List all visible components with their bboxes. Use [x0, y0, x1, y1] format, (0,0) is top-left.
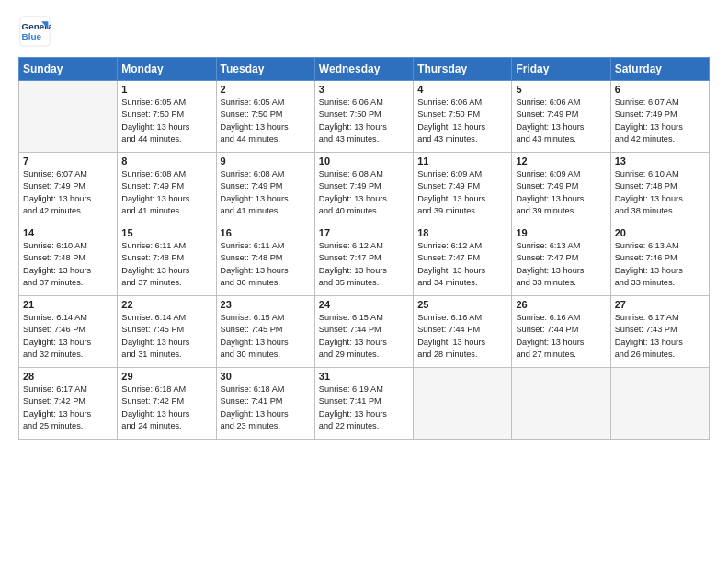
day-number: 10	[319, 155, 409, 167]
calendar-cell: 26Sunrise: 6:16 AMSunset: 7:44 PMDayligh…	[512, 296, 610, 368]
day-number: 14	[23, 227, 113, 238]
calendar-cell: 17Sunrise: 6:12 AMSunset: 7:47 PMDayligh…	[314, 224, 413, 296]
calendar-cell: 2Sunrise: 6:05 AMSunset: 7:50 PMDaylight…	[216, 81, 314, 153]
day-number: 21	[23, 299, 113, 310]
day-number: 2	[221, 84, 311, 95]
day-number: 16	[221, 227, 311, 238]
day-number: 7	[23, 155, 113, 167]
week-row-1: 1Sunrise: 6:05 AMSunset: 7:50 PMDaylight…	[19, 81, 710, 153]
cell-info: Sunrise: 6:18 AMSunset: 7:42 PMDaylight:…	[121, 384, 211, 432]
calendar-cell: 19Sunrise: 6:13 AMSunset: 7:47 PMDayligh…	[512, 224, 610, 296]
calendar-cell	[610, 368, 709, 440]
calendar-cell: 28Sunrise: 6:17 AMSunset: 7:42 PMDayligh…	[19, 368, 118, 440]
calendar-cell: 13Sunrise: 6:10 AMSunset: 7:48 PMDayligh…	[610, 153, 709, 224]
cell-info: Sunrise: 6:15 AMSunset: 7:44 PMDaylight:…	[319, 312, 409, 361]
cell-info: Sunrise: 6:08 AMSunset: 7:49 PMDaylight:…	[319, 168, 409, 217]
day-number: 26	[516, 299, 606, 310]
cell-info: Sunrise: 6:05 AMSunset: 7:50 PMDaylight:…	[121, 97, 211, 145]
day-number: 25	[417, 299, 507, 310]
day-number: 12	[516, 155, 606, 167]
week-row-4: 21Sunrise: 6:14 AMSunset: 7:46 PMDayligh…	[19, 296, 710, 368]
calendar-cell: 29Sunrise: 6:18 AMSunset: 7:42 PMDayligh…	[118, 368, 216, 440]
day-number: 11	[417, 155, 507, 167]
calendar-cell: 18Sunrise: 6:12 AMSunset: 7:47 PMDayligh…	[414, 224, 512, 296]
calendar-cell: 9Sunrise: 6:08 AMSunset: 7:49 PMDaylight…	[216, 153, 314, 224]
day-number: 9	[221, 155, 311, 167]
cell-info: Sunrise: 6:15 AMSunset: 7:45 PMDaylight:…	[221, 312, 311, 361]
cell-info: Sunrise: 6:09 AMSunset: 7:49 PMDaylight:…	[516, 168, 606, 217]
header-friday: Friday	[512, 58, 610, 81]
header: General Blue	[18, 15, 710, 48]
calendar-cell: 7Sunrise: 6:07 AMSunset: 7:49 PMDaylight…	[19, 153, 118, 224]
calendar-table: SundayMondayTuesdayWednesdayThursdayFrid…	[18, 57, 710, 440]
svg-text:Blue: Blue	[22, 31, 42, 41]
cell-info: Sunrise: 6:16 AMSunset: 7:44 PMDaylight:…	[417, 312, 507, 361]
cell-info: Sunrise: 6:07 AMSunset: 7:49 PMDaylight:…	[615, 97, 705, 145]
header-thursday: Thursday	[414, 58, 512, 81]
cell-info: Sunrise: 6:09 AMSunset: 7:49 PMDaylight:…	[417, 168, 507, 217]
cell-info: Sunrise: 6:08 AMSunset: 7:49 PMDaylight:…	[121, 168, 211, 217]
calendar-cell: 4Sunrise: 6:06 AMSunset: 7:50 PMDaylight…	[414, 81, 512, 153]
cell-info: Sunrise: 6:16 AMSunset: 7:44 PMDaylight:…	[516, 312, 606, 361]
calendar-cell: 12Sunrise: 6:09 AMSunset: 7:49 PMDayligh…	[512, 153, 610, 224]
calendar-cell: 20Sunrise: 6:13 AMSunset: 7:46 PMDayligh…	[610, 224, 709, 296]
calendar-header-row: SundayMondayTuesdayWednesdayThursdayFrid…	[19, 58, 710, 81]
logo-icon: General Blue	[18, 15, 51, 48]
day-number: 30	[221, 371, 311, 382]
logo: General Blue	[18, 15, 51, 48]
calendar-cell: 16Sunrise: 6:11 AMSunset: 7:48 PMDayligh…	[216, 224, 314, 296]
calendar-cell: 14Sunrise: 6:10 AMSunset: 7:48 PMDayligh…	[19, 224, 118, 296]
week-row-2: 7Sunrise: 6:07 AMSunset: 7:49 PMDaylight…	[19, 153, 710, 224]
day-number: 3	[319, 84, 409, 95]
calendar-cell: 11Sunrise: 6:09 AMSunset: 7:49 PMDayligh…	[414, 153, 512, 224]
week-row-3: 14Sunrise: 6:10 AMSunset: 7:48 PMDayligh…	[19, 224, 710, 296]
cell-info: Sunrise: 6:12 AMSunset: 7:47 PMDaylight:…	[417, 240, 507, 289]
calendar-cell: 31Sunrise: 6:19 AMSunset: 7:41 PMDayligh…	[314, 368, 413, 440]
day-number: 23	[221, 299, 311, 310]
cell-info: Sunrise: 6:11 AMSunset: 7:48 PMDaylight:…	[121, 240, 211, 289]
day-number: 8	[121, 155, 211, 167]
cell-info: Sunrise: 6:06 AMSunset: 7:50 PMDaylight:…	[417, 97, 507, 145]
cell-info: Sunrise: 6:19 AMSunset: 7:41 PMDaylight:…	[319, 384, 409, 432]
day-number: 28	[23, 371, 113, 382]
cell-info: Sunrise: 6:08 AMSunset: 7:49 PMDaylight:…	[221, 168, 311, 217]
cell-info: Sunrise: 6:06 AMSunset: 7:50 PMDaylight:…	[319, 97, 409, 145]
calendar-cell: 6Sunrise: 6:07 AMSunset: 7:49 PMDaylight…	[610, 81, 709, 153]
day-number: 18	[417, 227, 507, 238]
day-number: 15	[121, 227, 211, 238]
day-number: 6	[615, 84, 705, 95]
calendar-cell: 22Sunrise: 6:14 AMSunset: 7:45 PMDayligh…	[118, 296, 216, 368]
cell-info: Sunrise: 6:10 AMSunset: 7:48 PMDaylight:…	[615, 168, 705, 217]
day-number: 4	[417, 84, 507, 95]
cell-info: Sunrise: 6:06 AMSunset: 7:49 PMDaylight:…	[516, 97, 606, 145]
header-tuesday: Tuesday	[216, 58, 314, 81]
cell-info: Sunrise: 6:05 AMSunset: 7:50 PMDaylight:…	[221, 97, 311, 145]
header-monday: Monday	[118, 58, 216, 81]
day-number: 13	[615, 155, 705, 167]
header-saturday: Saturday	[610, 58, 709, 81]
calendar-cell	[414, 368, 512, 440]
cell-info: Sunrise: 6:17 AMSunset: 7:43 PMDaylight:…	[615, 312, 705, 361]
header-sunday: Sunday	[19, 58, 118, 81]
cell-info: Sunrise: 6:07 AMSunset: 7:49 PMDaylight:…	[23, 168, 113, 217]
calendar-cell: 25Sunrise: 6:16 AMSunset: 7:44 PMDayligh…	[414, 296, 512, 368]
cell-info: Sunrise: 6:13 AMSunset: 7:47 PMDaylight:…	[516, 240, 606, 289]
cell-info: Sunrise: 6:12 AMSunset: 7:47 PMDaylight:…	[319, 240, 409, 289]
day-number: 22	[121, 299, 211, 310]
calendar-cell: 21Sunrise: 6:14 AMSunset: 7:46 PMDayligh…	[19, 296, 118, 368]
cell-info: Sunrise: 6:14 AMSunset: 7:45 PMDaylight:…	[121, 312, 211, 361]
cell-info: Sunrise: 6:10 AMSunset: 7:48 PMDaylight:…	[23, 240, 113, 289]
day-number: 29	[121, 371, 211, 382]
calendar-cell: 27Sunrise: 6:17 AMSunset: 7:43 PMDayligh…	[610, 296, 709, 368]
calendar-cell: 23Sunrise: 6:15 AMSunset: 7:45 PMDayligh…	[216, 296, 314, 368]
day-number: 19	[516, 227, 606, 238]
calendar-cell: 15Sunrise: 6:11 AMSunset: 7:48 PMDayligh…	[118, 224, 216, 296]
header-wednesday: Wednesday	[314, 58, 413, 81]
day-number: 24	[319, 299, 409, 310]
day-number: 17	[319, 227, 409, 238]
week-row-5: 28Sunrise: 6:17 AMSunset: 7:42 PMDayligh…	[19, 368, 710, 440]
calendar-cell: 8Sunrise: 6:08 AMSunset: 7:49 PMDaylight…	[118, 153, 216, 224]
day-number: 20	[615, 227, 705, 238]
calendar-cell	[512, 368, 610, 440]
calendar-cell: 3Sunrise: 6:06 AMSunset: 7:50 PMDaylight…	[314, 81, 413, 153]
